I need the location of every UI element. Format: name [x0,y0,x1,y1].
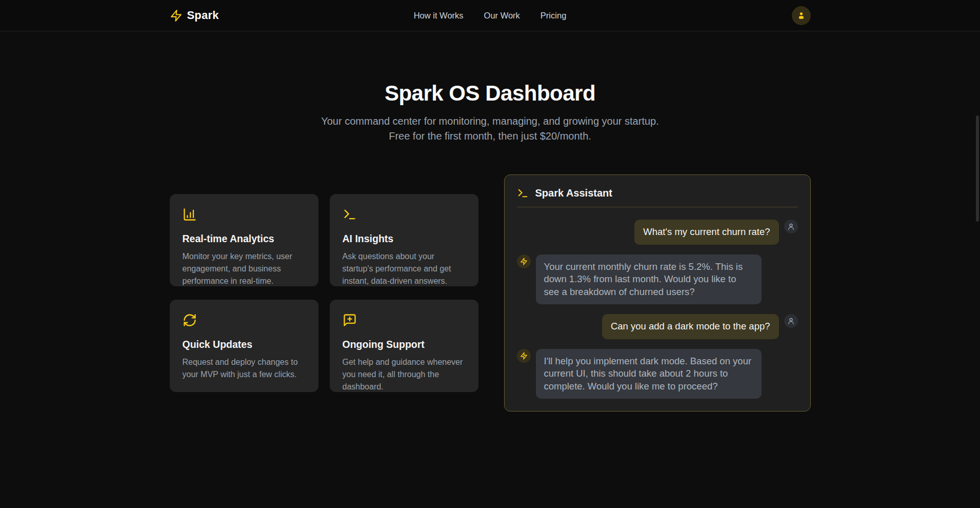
feature-grid: Real-time Analytics Monitor your key met… [170,194,478,392]
chat-bubble: Your current monthly churn rate is 5.2%.… [536,255,762,305]
chat-header: Spark Assistant [517,187,798,207]
nav-link-pricing[interactable]: Pricing [541,11,566,21]
spark-assistant-panel: Spark Assistant What's my current churn … [504,174,811,412]
user-round-icon [784,220,798,233]
nav-links: How it Works Our Work Pricing [414,11,567,21]
feature-card-ongoing-support: Ongoing Support Get help and guidance wh… [330,300,478,392]
chat-messages: What's my current churn rate? Your curre… [517,220,798,399]
navbar: Spark How it Works Our Work Pricing [0,0,980,31]
zap-icon [517,255,531,268]
chat-message-user: What's my current churn rate? [517,220,798,245]
nav-link-how-it-works[interactable]: How it Works [414,11,464,21]
chat-message-assistant: I'll help you implement dark mode. Based… [517,349,798,399]
feature-title: Real-time Analytics [183,233,306,245]
chat-title: Spark Assistant [535,187,612,199]
user-round-icon [784,314,798,328]
page-title: Spark OS Dashboard [0,81,980,106]
refresh-icon [183,313,197,327]
feature-card-quick-updates: Quick Updates Request and deploy changes… [170,300,318,392]
feature-title: AI Insights [343,233,466,245]
zap-icon [517,349,531,363]
feature-card-realtime-analytics: Real-time Analytics Monitor your key met… [170,194,318,286]
nav-link-our-work[interactable]: Our Work [484,11,520,21]
feature-description: Request and deploy changes to your MVP w… [183,356,306,381]
chat-bubble: What's my current churn rate? [634,220,778,245]
terminal-icon [343,207,357,222]
zap-icon [170,9,183,22]
chat-message-assistant: Your current monthly churn rate is 5.2%.… [517,255,798,305]
feature-title: Ongoing Support [343,339,466,350]
terminal-icon [517,187,529,199]
feature-card-ai-insights: AI Insights Ask questions about your sta… [330,194,478,286]
account-avatar-button[interactable] [792,6,811,25]
nav-container: Spark How it Works Our Work Pricing [170,6,811,25]
main-content: Real-time Analytics Monitor your key met… [170,174,811,412]
feature-title: Quick Updates [183,339,306,350]
feature-description: Ask questions about your startup's perfo… [343,250,466,287]
brand-logo[interactable]: Spark [170,9,219,22]
feature-description: Get help and guidance whenever you need … [343,356,466,393]
chat-bubble: I'll help you implement dark mode. Based… [536,349,762,399]
chat-bubble: Can you add a dark mode to the app? [602,314,779,339]
chat-message-user: Can you add a dark mode to the app? [517,314,798,339]
hero-subtitle: Your command center for monitoring, mana… [313,114,667,144]
hero-section: Spark OS Dashboard Your command center f… [0,81,980,144]
scrollbar-thumb[interactable] [976,115,979,222]
user-icon [796,11,806,21]
message-plus-icon [343,313,357,327]
brand-name: Spark [187,9,219,22]
bar-chart-icon [183,207,197,222]
feature-description: Monitor your key metrics, user engagemen… [183,250,306,287]
